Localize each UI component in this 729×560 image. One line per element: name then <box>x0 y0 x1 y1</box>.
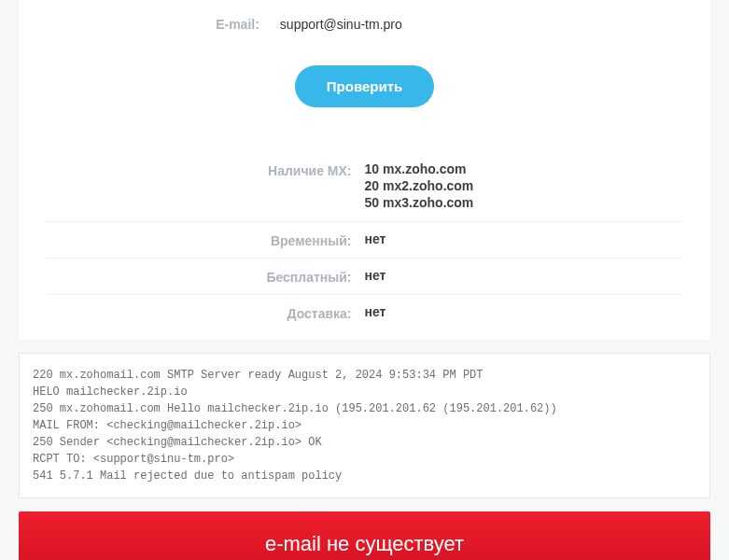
mx-record: 50mx3.zoho.com <box>365 195 683 210</box>
email-input[interactable] <box>271 9 513 39</box>
mx-record: 10mx.zoho.com <box>365 161 683 176</box>
row-temporary: Временный: нет <box>47 222 682 259</box>
results-panel: Наличие MX: 10mx.zoho.com 20mx2.zoho.com… <box>19 135 710 340</box>
mx-record: 20mx2.zoho.com <box>365 178 683 193</box>
row-delivery: Доставка: нет <box>47 295 682 330</box>
email-row: E-mail: <box>47 9 682 39</box>
row-mx: Наличие MX: 10mx.zoho.com 20mx2.zoho.com… <box>47 152 682 222</box>
delivery-label: Доставка: <box>47 304 365 321</box>
free-value: нет <box>365 268 683 283</box>
result-banner: e-mail не существует <box>19 511 710 560</box>
email-label: E-mail: <box>216 17 259 32</box>
email-check-form: E-mail: Проверить <box>19 0 710 135</box>
free-label: Бесплатный: <box>47 268 365 285</box>
temporary-label: Временный: <box>47 231 365 248</box>
delivery-value: нет <box>365 304 683 319</box>
smtp-log: 220 mx.zohomail.com SMTP Server ready Au… <box>19 353 710 498</box>
mx-label: Наличие MX: <box>47 161 365 178</box>
temporary-value: нет <box>365 231 683 246</box>
mx-value: 10mx.zoho.com 20mx2.zoho.com 50mx3.zoho.… <box>365 161 683 212</box>
row-free: Бесплатный: нет <box>47 259 682 295</box>
check-button[interactable]: Проверить <box>295 65 434 107</box>
